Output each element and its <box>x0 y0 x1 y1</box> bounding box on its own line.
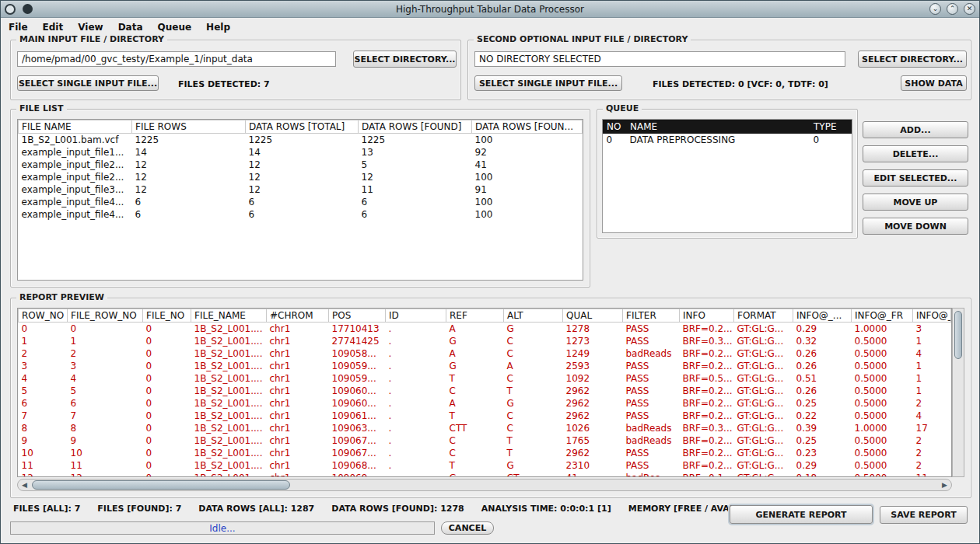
table-cell: 109067... <box>329 447 386 459</box>
queue-edit-selected-button[interactable]: EDIT SELECTED... <box>863 169 968 187</box>
second-select-single-file-button[interactable]: SELECT SINGLE INPUT FILE... <box>474 75 622 91</box>
column-header[interactable]: FILE ROWS <box>132 120 246 134</box>
table-row[interactable]: example_input_file2...121212100 <box>19 171 583 183</box>
scroll-right-icon[interactable]: ▶ <box>942 481 947 489</box>
column-header[interactable]: ID <box>386 309 446 323</box>
scroll-left-icon[interactable]: ◀ <box>22 481 27 489</box>
vertical-scrollbar-thumb[interactable] <box>954 311 962 359</box>
cancel-button[interactable]: CANCEL <box>441 521 494 535</box>
queue-add-button[interactable]: ADD... <box>863 121 968 138</box>
table-cell: . <box>386 459 446 472</box>
report-vertical-scrollbar[interactable] <box>952 308 964 477</box>
table-cell: 0.5000 <box>852 472 913 478</box>
table-cell: GT:GL:G... <box>734 472 793 478</box>
table-cell: chr1 <box>267 447 329 459</box>
column-header[interactable]: FILE_NO <box>143 309 191 323</box>
table-row[interactable]: example_input_file2...1212541 <box>19 159 583 171</box>
queue-panel: QUEUE NONAMETYPE 0DATA PREPROCESSING0 <box>597 109 858 239</box>
table-row[interactable]: 9901B_S2_L001....chr1109067....CT1765bad… <box>19 434 951 447</box>
table-cell: chr1 <box>267 360 329 372</box>
second-files-detected-label: FILES DETECTED: 0 [VCF: 0, TDTF: 0] <box>653 79 828 89</box>
table-row[interactable]: example_input_file1...14141392 <box>19 146 583 159</box>
column-header[interactable]: NO <box>604 120 627 134</box>
table-cell: 2962 <box>563 385 623 397</box>
column-header[interactable]: INFO@_H... <box>913 309 951 323</box>
save-report-button[interactable]: SAVE REPORT <box>880 506 968 524</box>
column-header[interactable]: INFO@_... <box>793 309 852 323</box>
menu-help[interactable]: Help <box>206 22 230 33</box>
column-header[interactable]: DATA ROWS [TOTAL] <box>246 120 359 134</box>
show-data-button[interactable]: SHOW DATA <box>901 75 967 91</box>
column-header[interactable]: INFO <box>680 309 734 323</box>
column-header[interactable]: POS <box>329 309 386 323</box>
main-select-single-file-button[interactable]: SELECT SINGLE INPUT FILE... <box>17 75 159 91</box>
column-header[interactable]: ROW_NO <box>19 309 68 323</box>
table-row[interactable]: 111101B_S2_L001....chr1109068....TG2310P… <box>19 459 951 472</box>
second-input-path-field[interactable] <box>474 51 845 67</box>
table-cell: 1765 <box>563 434 623 447</box>
horizontal-scrollbar-thumb[interactable] <box>32 480 290 490</box>
queue-scrollpane[interactable]: NONAMETYPE 0DATA PREPROCESSING0 <box>602 119 852 233</box>
table-row[interactable]: 6601B_S2_L001....chr1109060....AG2962PAS… <box>19 397 951 410</box>
table-row[interactable]: 4401B_S2_L001....chr1109059....TC1092PAS… <box>19 372 951 385</box>
table-row[interactable]: 7701B_S2_L001....chr1109061....TC2962PAS… <box>19 410 951 422</box>
column-header[interactable]: DATA ROWS [FOUN... <box>472 120 583 134</box>
queue-move-up-button[interactable]: MOVE UP <box>863 194 968 211</box>
table-cell: 41 <box>472 159 583 171</box>
menu-queue[interactable]: Queue <box>158 22 192 33</box>
table-row[interactable]: 3301B_S2_L001....chr1109059....GA2593PAS… <box>19 360 951 372</box>
table-row[interactable]: 0DATA PREPROCESSING0 <box>604 134 852 146</box>
column-header[interactable]: REF <box>446 309 504 323</box>
table-cell: 0 <box>143 323 191 335</box>
column-header[interactable]: INFO@_FR <box>852 309 913 323</box>
table-cell: 41 <box>563 472 623 478</box>
menu-view[interactable]: View <box>78 22 103 33</box>
table-row[interactable]: 1101B_S2_L001....chr127741425.GC1273PASS… <box>19 335 951 347</box>
menu-edit[interactable]: Edit <box>43 22 64 33</box>
table-row[interactable]: example_input_file3...12121191 <box>19 183 583 196</box>
table-cell: 12 <box>68 472 143 478</box>
close-icon[interactable]: ✕ <box>964 3 975 15</box>
table-row[interactable]: 8801B_S2_L001....chr1109063....CTTC1026b… <box>19 422 951 434</box>
queue-delete-button[interactable]: DELETE... <box>863 145 968 162</box>
table-row[interactable]: example_input_file4...666100 <box>19 208 583 221</box>
queue-move-down-button[interactable]: MOVE DOWN <box>863 218 968 235</box>
main-input-path-field[interactable] <box>17 51 336 67</box>
column-header[interactable]: FILTER <box>623 309 680 323</box>
column-header[interactable]: QUAL <box>563 309 623 323</box>
column-header[interactable]: FORMAT <box>734 309 793 323</box>
titlebar[interactable]: High-Throughput Tabular Data Processor ⌄… <box>1 1 979 18</box>
table-row[interactable]: 1B_S2_L001.bam.vcf122512251225100 <box>19 134 583 146</box>
table-cell: 0.5000 <box>852 385 913 397</box>
table-cell: G <box>446 335 504 347</box>
table-row[interactable]: 101001B_S2_L001....chr1109067....CT2962P… <box>19 447 951 459</box>
column-header[interactable]: FILE_NAME <box>191 309 267 323</box>
table-cell: 100 <box>472 171 583 183</box>
minimize-icon[interactable]: ⌄ <box>929 3 941 15</box>
table-row[interactable]: 5501B_S2_L001....chr1109060....CT2962PAS… <box>19 385 951 397</box>
generate-report-button[interactable]: GENERATE REPORT <box>730 505 873 524</box>
main-select-directory-button[interactable]: SELECT DIRECTORY... <box>353 51 457 68</box>
file-list-scrollpane[interactable]: FILE NAMEFILE ROWSDATA ROWS [TOTAL]DATA … <box>17 119 583 281</box>
column-header[interactable]: ALT <box>504 309 563 323</box>
column-header[interactable]: NAME <box>627 120 810 134</box>
report-horizontal-scrollbar[interactable]: ◀ ▶ <box>17 479 952 491</box>
table-row[interactable]: example_input_file4...666100 <box>19 196 583 208</box>
table-cell: 2 <box>913 447 951 459</box>
report-scrollpane[interactable]: ROW_NOFILE_ROW_NOFILE_NOFILE_NAME#CHROMP… <box>17 308 952 477</box>
menu-data[interactable]: Data <box>118 22 143 33</box>
table-cell: 1278 <box>563 323 623 335</box>
column-header[interactable]: FILE NAME <box>19 120 132 134</box>
table-row[interactable]: 0001B_S2_L001....chr117710413.AG1278PASS… <box>19 323 951 335</box>
table-row[interactable]: 2201B_S2_L001....chr1109058....AC1249bad… <box>19 347 951 360</box>
table-cell: 2962 <box>563 397 623 410</box>
menu-file[interactable]: File <box>9 22 28 33</box>
second-select-directory-button[interactable]: SELECT DIRECTORY... <box>858 51 967 68</box>
table-cell: 7 <box>19 410 68 422</box>
table-row[interactable]: 121201B_S2_L001....chr1109069....GGT41ba… <box>19 472 951 478</box>
column-header[interactable]: FILE_ROW_NO <box>68 309 143 323</box>
maximize-icon[interactable]: ⌃ <box>947 3 958 15</box>
column-header[interactable]: TYPE <box>810 120 852 134</box>
column-header[interactable]: #CHROM <box>267 309 329 323</box>
column-header[interactable]: DATA ROWS [FOUND] <box>359 120 472 134</box>
